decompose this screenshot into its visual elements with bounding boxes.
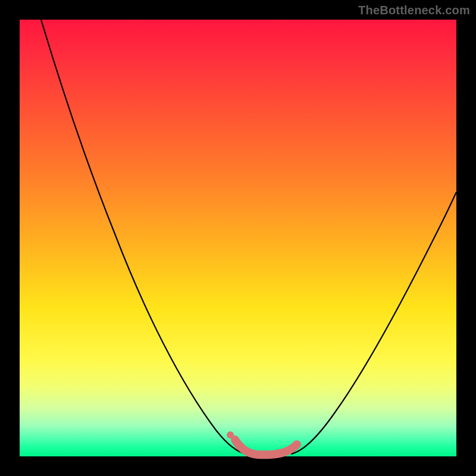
watermark-text: TheBottleneck.com	[358, 4, 470, 17]
plot-area	[20, 20, 456, 456]
bottleneck-left-curve	[41, 20, 247, 454]
chart-frame: TheBottleneck.com	[0, 0, 476, 476]
curves-layer	[20, 20, 456, 456]
sweet-spot-band	[235, 440, 297, 455]
bottleneck-right-curve	[291, 192, 456, 454]
sweet-spot-dot	[227, 431, 234, 439]
